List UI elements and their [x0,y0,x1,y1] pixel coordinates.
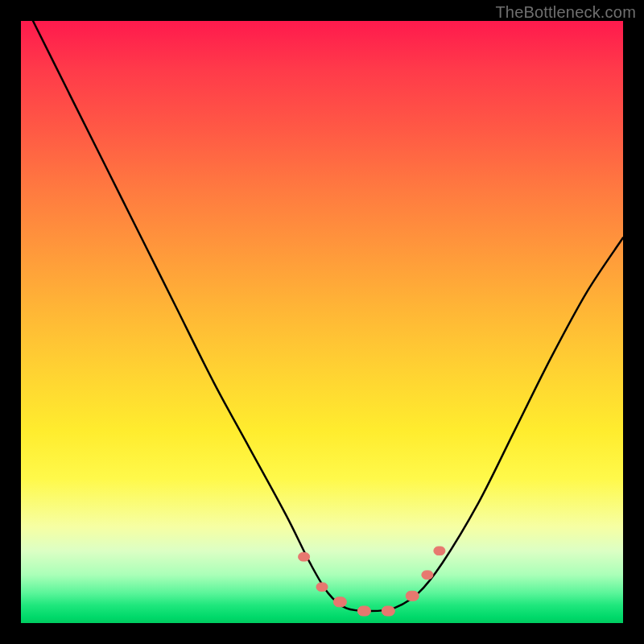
plot-area [21,21,623,623]
curve-bead [333,597,346,607]
curve-bead [406,591,419,601]
chart-frame: TheBottleneck.com [0,0,644,644]
curve-bead [434,547,445,555]
curve-bead [382,606,394,616]
curve-bead [422,571,433,580]
curve-bead [299,553,310,562]
bottleneck-curve [33,21,623,611]
curve-bead [357,606,370,616]
curve-svg [21,21,623,623]
curve-bead [316,583,328,592]
watermark-text: TheBottleneck.com [495,3,636,22]
